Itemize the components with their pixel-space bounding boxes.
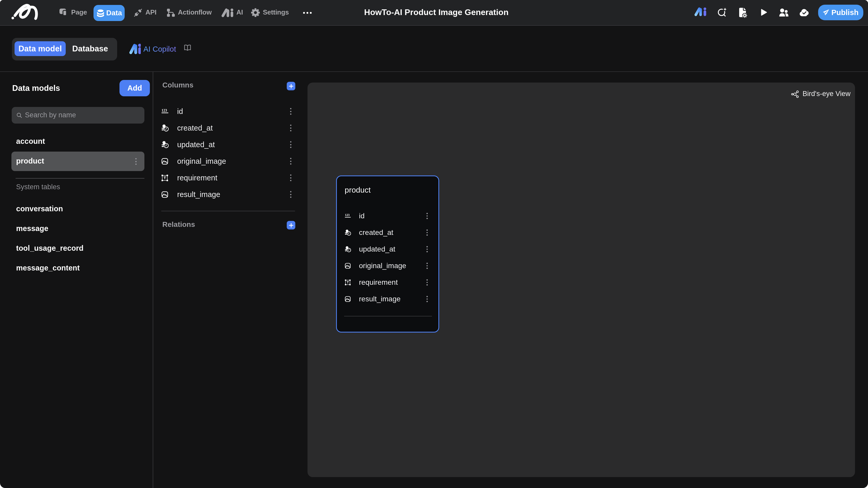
svg-text:123: 123 (161, 108, 167, 112)
svg-text:123: 123 (345, 213, 349, 217)
